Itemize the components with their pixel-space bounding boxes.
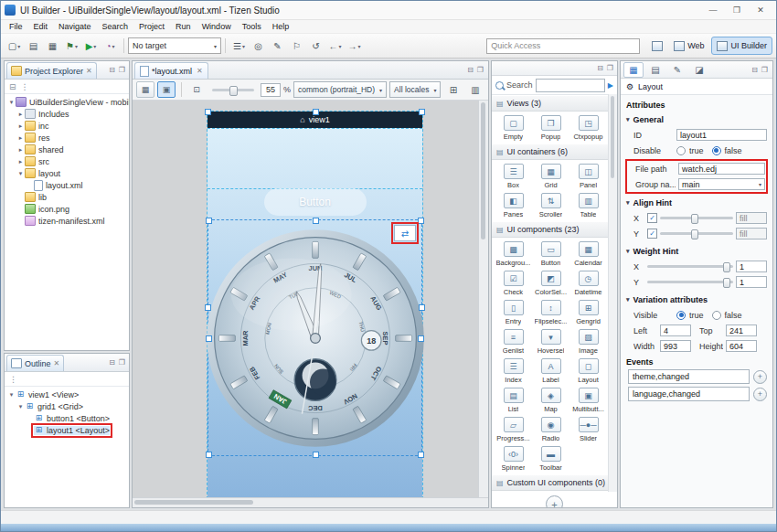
- close-tab-icon[interactable]: ✕: [86, 67, 92, 75]
- selection-handle[interactable]: [419, 304, 425, 311]
- palette-item-flipselector[interactable]: ↕ Flipselec...: [532, 297, 569, 326]
- palette-item-table[interactable]: ▥ Table: [569, 190, 607, 219]
- event-entry[interactable]: theme,changed: [628, 369, 750, 384]
- grid-container-widget[interactable]: Button JANFEBMARAPRMAYJUNJULAUGSEPOCTNOV…: [208, 128, 422, 497]
- add-custom-component-button[interactable]: +: [546, 495, 563, 507]
- design-view-button[interactable]: ▦: [136, 81, 154, 98]
- align-y-checkbox[interactable]: ✓: [647, 229, 657, 239]
- palette-vscrollbar[interactable]: [608, 94, 617, 492]
- palette-item-map[interactable]: ◈ Map: [532, 385, 569, 414]
- outline-item-view1[interactable]: ▾ view1 <View>: [5, 388, 129, 400]
- hscroll-thumb[interactable]: [134, 500, 253, 505]
- selection-handle[interactable]: [313, 452, 319, 458]
- align-x-slider[interactable]: [660, 217, 733, 219]
- edit-layout-badge[interactable]: ⇄: [394, 225, 416, 241]
- selection-handle[interactable]: [205, 304, 211, 311]
- palette-item-background[interactable]: ▩ Backgrou...: [495, 239, 532, 268]
- menu-item[interactable]: Help: [267, 22, 295, 31]
- palette-item-gengrid[interactable]: ⊞ Gengrid: [569, 297, 607, 326]
- palette-vscroll-thumb[interactable]: [611, 96, 614, 178]
- palette-item-progressbar[interactable]: ▱ Progress...: [495, 414, 532, 443]
- resolution-dropdown[interactable]: common (portrait_HD)▾: [293, 81, 387, 98]
- variation-section-header[interactable]: ▾ Variation attributes: [626, 295, 767, 304]
- annotate-icon[interactable]: ✎: [268, 37, 287, 55]
- mark-icon[interactable]: ⚐: [287, 37, 306, 55]
- selection-handle[interactable]: [418, 335, 424, 342]
- fit-to-screen-icon[interactable]: ⊡: [187, 81, 206, 98]
- console-icon[interactable]: ☰▾: [229, 37, 249, 55]
- palette-item-genlist[interactable]: ≡ Genlist: [495, 326, 532, 356]
- palette-item-index[interactable]: ☰ Index: [495, 356, 532, 385]
- canvas-layout-widget[interactable]: JANFEBMARAPRMAYJUNJULAUGSEPOCTNOVDECSUNM…: [208, 219, 422, 456]
- tab-layout-xml[interactable]: *layout.xml ✕: [134, 62, 208, 79]
- preview-view-button[interactable]: ▣: [157, 81, 176, 98]
- panel-maximize-icon[interactable]: ❐: [477, 66, 484, 74]
- menu-item[interactable]: Search: [97, 22, 134, 31]
- forward-icon[interactable]: →▾: [345, 37, 364, 55]
- canvas-vscrollbar[interactable]: [478, 101, 488, 497]
- design-canvas[interactable]: ⌂ view1 Button: [133, 101, 488, 497]
- menu-item[interactable]: Navigate: [53, 22, 97, 31]
- menu-item[interactable]: Project: [133, 22, 170, 31]
- width-input[interactable]: 993: [660, 340, 691, 352]
- tree-item-icon-png[interactable]: icon.png: [5, 203, 129, 215]
- slider-thumb[interactable]: [691, 229, 698, 239]
- palette-item-scroller[interactable]: ⇅ Scroller: [532, 190, 569, 219]
- height-input[interactable]: 604: [726, 340, 757, 352]
- tree-expander[interactable]: ▸: [16, 158, 25, 165]
- tree-item-lib[interactable]: lib: [5, 191, 129, 203]
- run-icon[interactable]: ▶▾: [81, 37, 101, 55]
- tree-expander[interactable]: ▾: [16, 170, 25, 177]
- new-wizard-icon[interactable]: ▢▾: [5, 37, 24, 55]
- selection-handle[interactable]: [313, 109, 319, 115]
- align-x-checkbox[interactable]: ✓: [647, 213, 657, 223]
- palette-item-panes[interactable]: ◧ Panes: [495, 190, 532, 219]
- palette-item-slider[interactable]: ─●─ Slider: [569, 414, 607, 443]
- selection-handle[interactable]: [418, 452, 424, 458]
- selection-handle[interactable]: [419, 109, 425, 115]
- close-tab-icon[interactable]: ✕: [54, 359, 60, 367]
- tab-annotations-icon[interactable]: ✎: [667, 62, 687, 78]
- tree-expander[interactable]: ▸: [16, 122, 25, 130]
- back-icon[interactable]: ←▾: [325, 37, 345, 55]
- save-icon[interactable]: ▤: [24, 37, 43, 55]
- tab-project-explorer[interactable]: Project Explorer ✕: [6, 62, 97, 79]
- outline-item-grid1[interactable]: ▾ grid1 <Grid>: [5, 400, 129, 412]
- palette-item-popup[interactable]: ❐ Popup: [532, 112, 569, 142]
- tree-item-layout-xml[interactable]: layout.xml: [5, 179, 129, 191]
- align-left-icon[interactable]: ▥: [465, 80, 484, 99]
- zoom-input[interactable]: 55: [261, 83, 281, 97]
- slider-thumb[interactable]: [723, 262, 730, 272]
- slider-thumb[interactable]: [691, 214, 698, 224]
- import-icon[interactable]: ▦: [43, 37, 62, 55]
- menu-item[interactable]: Edit: [28, 22, 54, 31]
- panel-minimize-icon[interactable]: ⊟: [467, 66, 474, 74]
- debug-icon[interactable]: ⚑▾: [62, 37, 81, 55]
- locales-dropdown[interactable]: All locales▾: [389, 81, 441, 98]
- weight-y-slider[interactable]: [647, 281, 733, 283]
- group-name-select[interactable]: main▾: [678, 178, 765, 190]
- weight-hint-section-header[interactable]: ▾ Weight Hint: [626, 247, 767, 256]
- tab-attributes-icon[interactable]: ▦: [623, 62, 644, 78]
- selection-handle[interactable]: [313, 218, 319, 224]
- event-entry[interactable]: language,changed: [628, 387, 750, 401]
- palette-item-layout[interactable]: ◻ Layout: [569, 356, 607, 385]
- selection-handle[interactable]: [206, 452, 212, 458]
- palette-item-image[interactable]: ▨ Image: [569, 326, 607, 356]
- menu-item[interactable]: Tools: [237, 22, 267, 31]
- collapse-all-icon[interactable]: ⊟: [9, 82, 16, 91]
- minimize-button[interactable]: —: [701, 2, 725, 18]
- zoom-slider[interactable]: [212, 89, 254, 91]
- palette-item-panel[interactable]: ◫ Panel: [569, 161, 607, 190]
- tree-item-layout[interactable]: ▾ layout: [5, 167, 129, 179]
- weight-x-input[interactable]: 1: [736, 261, 767, 272]
- tree-expander[interactable]: ▾: [16, 403, 25, 410]
- panel-maximize-icon[interactable]: ❐: [119, 66, 125, 74]
- outline-item-layout1[interactable]: layout1 <Layout>: [5, 424, 129, 436]
- visible-false-radio[interactable]: [712, 311, 721, 320]
- visible-true-radio[interactable]: [676, 311, 686, 320]
- panel-minimize-icon[interactable]: ⊟: [109, 66, 115, 74]
- panel-maximize-icon[interactable]: ❐: [607, 64, 613, 72]
- profile-icon[interactable]: ◔▾: [101, 37, 120, 55]
- tab-list-icon[interactable]: ▤: [645, 62, 665, 78]
